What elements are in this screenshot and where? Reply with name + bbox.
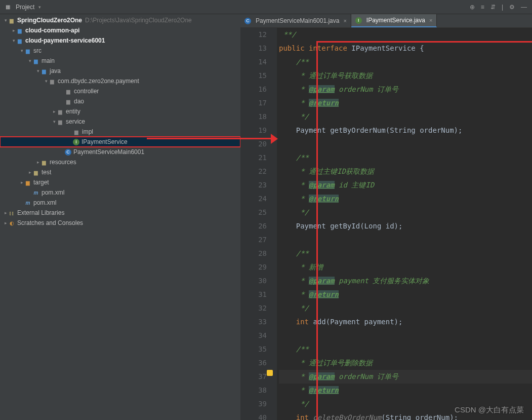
project-label-text: Project	[16, 4, 34, 11]
editor-panel: CPaymentServiceMain6001.java× IIPaymentS…	[240, 14, 532, 420]
close-icon[interactable]: ×	[343, 18, 346, 24]
tree-package[interactable]: ▆dao	[0, 96, 240, 106]
tree-scratches[interactable]: ◐Scratches and Consoles	[0, 218, 240, 228]
tree-folder[interactable]: ▆java	[0, 66, 240, 76]
toolbar-icons: ⊕ ≡ ⇵ | ⚙ —	[470, 4, 532, 11]
folder-icon: ▆	[32, 169, 39, 176]
tree-package[interactable]: ▆com.dbydc.zero2one.payment	[0, 76, 240, 86]
tree-file-ipaymentservice[interactable]: IIPaymentService	[0, 137, 240, 147]
maven-icon: m	[32, 189, 39, 196]
tab-ipaymentservice[interactable]: IIPaymentService.java×	[351, 14, 437, 27]
hide-icon[interactable]: —	[521, 4, 527, 11]
tree-module[interactable]: ▆cloud-payment-service6001	[0, 35, 240, 46]
module-icon: ▆	[16, 27, 23, 34]
package-icon: ▆	[57, 118, 64, 125]
tree-external-libs[interactable]: ⫿⫿External Libraries	[0, 208, 240, 218]
target-icon: ▆	[24, 179, 31, 186]
interface-icon: I	[73, 139, 79, 145]
code-editor[interactable]: 1213141516171819202122232425262728293031…	[240, 28, 532, 420]
tree-package[interactable]: ▆controller	[0, 86, 240, 96]
scratch-icon: ◐	[8, 219, 15, 226]
class-icon: C	[65, 149, 71, 156]
expand-icon[interactable]: ≡	[481, 4, 484, 11]
tree-folder[interactable]: ▆test	[0, 167, 240, 177]
tree-root[interactable]: ▆SpringCloudZero2OneD:\Projects\Java\Spr…	[0, 15, 240, 25]
gear-icon[interactable]: ⚙	[509, 4, 515, 11]
tree-package[interactable]: ▆service	[0, 117, 240, 127]
close-icon[interactable]: ×	[429, 17, 432, 23]
folder-icon: ▆	[32, 57, 39, 64]
lightbulb-icon[interactable]	[267, 370, 273, 376]
folder-icon: ▆	[8, 17, 15, 24]
tree-folder[interactable]: ▆resources	[0, 157, 240, 167]
project-toolbar: ▦ Project ▾ ⊕ ≡ ⇵ | ⚙ —	[0, 0, 532, 14]
divider: |	[502, 4, 503, 11]
package-icon: ▆	[57, 108, 64, 115]
resources-icon: ▆	[40, 159, 48, 166]
editor-tabs: CPaymentServiceMain6001.java× IIPaymentS…	[240, 14, 532, 28]
package-icon: ▆	[73, 128, 80, 135]
collapse-icon[interactable]: ⇵	[490, 4, 496, 11]
interface-icon: I	[355, 17, 362, 24]
maven-icon: m	[24, 199, 31, 206]
locate-icon[interactable]: ⊕	[470, 4, 475, 11]
library-icon: ⫿⫿	[8, 209, 15, 216]
package-icon: ▆	[65, 88, 72, 95]
code-text[interactable]: **/ public interface IPaymentService { /…	[277, 28, 532, 420]
watermark: CSDN @大白有点菜	[455, 405, 524, 415]
project-tree[interactable]: ▆SpringCloudZero2OneD:\Projects\Java\Spr…	[0, 14, 240, 420]
tree-folder[interactable]: ▆src	[0, 46, 240, 56]
folder-icon: ▆	[40, 67, 48, 74]
class-icon: C	[244, 18, 251, 24]
tree-module[interactable]: ▆cloud-common-api	[0, 25, 240, 35]
gutter: 1213141516171819202122232425262728293031…	[240, 28, 277, 420]
tree-file[interactable]: CPaymentServiceMain6001	[0, 147, 240, 157]
package-icon: ▆	[49, 78, 56, 85]
project-icon: ▦	[4, 4, 11, 11]
project-tool-window-label[interactable]: ▦ Project ▾	[0, 4, 46, 11]
tree-file-pom[interactable]: mpom.xml	[0, 198, 240, 208]
tree-folder[interactable]: ▆main	[0, 56, 240, 66]
tree-folder[interactable]: ▆target	[0, 177, 240, 187]
tree-package[interactable]: ▆entity	[0, 106, 240, 117]
chevron-down-icon: ▾	[37, 5, 42, 10]
folder-icon: ▆	[24, 47, 31, 54]
tree-file-pom[interactable]: mpom.xml	[0, 187, 240, 198]
tab-paymentservicemain[interactable]: CPaymentServiceMain6001.java×	[240, 14, 351, 27]
package-icon: ▆	[65, 98, 72, 105]
tree-package[interactable]: ▆impl	[0, 127, 240, 137]
module-icon: ▆	[16, 37, 23, 44]
